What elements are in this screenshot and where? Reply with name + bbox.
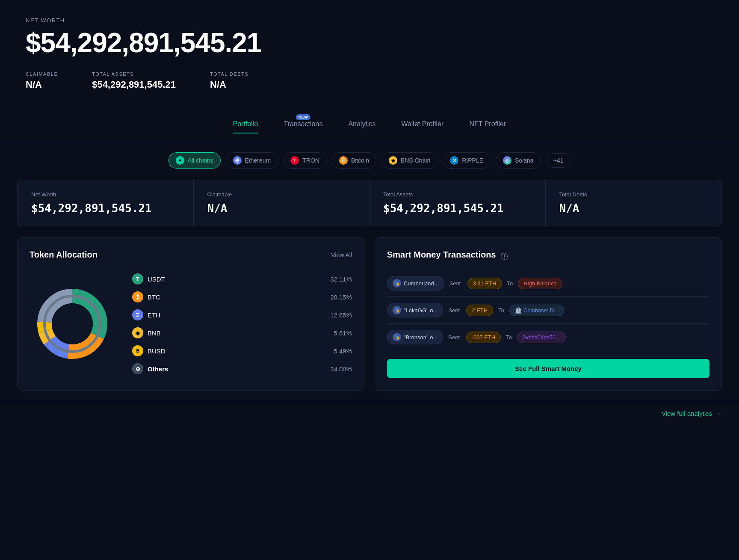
tx-from-bronson[interactable]: 🎭 "Bronson" o... bbox=[387, 330, 443, 344]
tx-from-lokagg[interactable]: 🎭 "LokaGG" o... bbox=[387, 303, 443, 317]
stats-row: CLAIMABLE N/A TOTAL ASSETS $54,292,891,5… bbox=[26, 71, 713, 90]
ripple-icon: ✕ bbox=[450, 156, 458, 165]
tx-dest-coinbase[interactable]: 🏦Coinbase: D... bbox=[509, 305, 564, 316]
others-name: Others bbox=[148, 365, 168, 373]
token-row-usdt: T USDT 32.11% bbox=[132, 270, 352, 288]
chain-bitcoin[interactable]: ₿ Bitcoin bbox=[332, 152, 376, 169]
bnb-name: BNB bbox=[148, 329, 161, 337]
token-row-others: ⊕ Others 24.00% bbox=[132, 360, 352, 378]
tx-row-2: 🎭 "LokaGG" o... Sent 2 ETH To 🏦Coinbase:… bbox=[387, 297, 709, 324]
net-worth-label: NET WORTH bbox=[26, 17, 713, 24]
tx-to-1: To bbox=[507, 280, 513, 287]
token-info-busd: B BUSD bbox=[132, 345, 166, 356]
tab-wallet-profiler[interactable]: Wallet Profiler bbox=[401, 120, 443, 133]
token-row-btc: ₿ BTC 20.15% bbox=[132, 288, 352, 306]
usdt-icon: T bbox=[132, 273, 143, 284]
metric-total-assets-value: $54,292,891,545.21 bbox=[383, 202, 532, 215]
tab-portfolio[interactable]: Portfolio bbox=[233, 120, 258, 133]
eth-icon: Ξ bbox=[132, 309, 143, 320]
btc-pct: 20.15% bbox=[330, 293, 352, 301]
see-full-smart-money-button[interactable]: See Full Smart Money bbox=[387, 359, 709, 378]
btc-name: BTC bbox=[148, 293, 160, 301]
chain-solana[interactable]: ◎ Solana bbox=[496, 152, 541, 169]
cumberland-label: Cumberland... bbox=[404, 280, 439, 287]
tx-action-2: Sent bbox=[448, 307, 461, 314]
metric-total-debts: Total Debts N/A bbox=[546, 179, 722, 227]
lokagg-label: "LokaGG" o... bbox=[404, 307, 437, 314]
claimable-value: N/A bbox=[26, 79, 58, 90]
ethereum-icon bbox=[233, 156, 242, 165]
tx-dest-high-balance[interactable]: High Balance bbox=[518, 278, 562, 289]
token-allocation-header: Token Allocation View All bbox=[30, 250, 352, 260]
bnb-icon: ◆ bbox=[389, 156, 397, 165]
usdt-pct: 32.11% bbox=[330, 276, 352, 283]
metric-total-debts-value: N/A bbox=[559, 202, 708, 215]
token-row-busd: B BUSD 5.49% bbox=[132, 342, 352, 360]
bnb-icon-list: ◆ bbox=[132, 327, 143, 338]
tx-from-cumberland[interactable]: 🎭 Cumberland... bbox=[387, 276, 444, 290]
chain-ripple[interactable]: ✕ RIPPLE bbox=[443, 152, 491, 169]
arrow-icon: → bbox=[715, 410, 722, 417]
top-section: NET WORTH $54,292,891,545.21 CLAIMABLE N… bbox=[0, 0, 739, 103]
tx-amount-2: 2 ETH bbox=[466, 305, 493, 316]
new-badge: NEW bbox=[296, 114, 311, 120]
chain-ethereum[interactable]: Ethereum bbox=[226, 152, 278, 169]
tx-to-3: To bbox=[506, 334, 512, 341]
metric-net-worth-label: Net Worth bbox=[31, 191, 180, 198]
info-icon: i bbox=[501, 253, 508, 260]
allchains-icon: ✦ bbox=[176, 156, 184, 165]
chain-all-chains[interactable]: ✦ All chains bbox=[168, 152, 221, 169]
tx-dest-addr[interactable]: 0xbcb04ce52... bbox=[517, 332, 566, 343]
metric-total-assets-label: Total Assets bbox=[383, 191, 532, 198]
token-list: T USDT 32.11% ₿ BTC 20.15% Ξ ETH bbox=[132, 270, 352, 378]
svg-point-10 bbox=[52, 303, 93, 344]
chain-tron[interactable]: T TRON bbox=[283, 152, 327, 169]
tx-row-1: 🎭 Cumberland... Sent 3.31 ETH To High Ba… bbox=[387, 270, 709, 297]
tab-transactions[interactable]: NEW Transactions bbox=[284, 120, 322, 133]
token-info-eth: Ξ ETH bbox=[132, 309, 160, 320]
bitcoin-icon: ₿ bbox=[339, 156, 348, 165]
token-info-others: ⊕ Others bbox=[132, 363, 168, 374]
tab-analytics[interactable]: Analytics bbox=[348, 120, 375, 133]
metric-claimable: Claimable N/A bbox=[194, 179, 370, 227]
token-info-usdt: T USDT bbox=[132, 273, 165, 284]
tx-action-3: Sent bbox=[448, 334, 461, 341]
tab-nft-profiler[interactable]: NFT Profiler bbox=[469, 120, 506, 133]
token-info-btc: ₿ BTC bbox=[132, 291, 160, 302]
total-debts-label: TOTAL DEBTS bbox=[210, 71, 248, 77]
net-worth-value: $54,292,891,545.21 bbox=[26, 27, 713, 59]
smart-money-title: Smart Money Transactions i bbox=[387, 250, 508, 260]
view-all-button[interactable]: View All bbox=[331, 252, 352, 258]
total-debts-value: N/A bbox=[210, 79, 248, 90]
smart-money-header: Smart Money Transactions i bbox=[387, 250, 709, 260]
metric-claimable-value: N/A bbox=[207, 202, 356, 215]
others-icon: ⊕ bbox=[132, 363, 143, 374]
tx-amount-3: .007 ETH bbox=[466, 332, 501, 343]
solana-icon: ◎ bbox=[503, 156, 511, 165]
total-assets-value: $54,292,891,545.21 bbox=[92, 79, 176, 90]
eth-name: ETH bbox=[148, 311, 160, 319]
chain-more[interactable]: +41 bbox=[546, 153, 571, 168]
view-full-analytics-link[interactable]: View full analytics → bbox=[662, 410, 722, 417]
token-allocation-title: Token Allocation bbox=[30, 250, 98, 260]
busd-name: BUSD bbox=[148, 347, 166, 355]
metric-total-assets: Total Assets $54,292,891,545.21 bbox=[370, 179, 546, 227]
cumberland-icon: 🎭 bbox=[393, 279, 401, 287]
busd-pct: 5.49% bbox=[334, 347, 352, 355]
token-row-bnb: ◆ BNB 5.61% bbox=[132, 324, 352, 342]
bronson-label: "Bronson" o... bbox=[404, 334, 437, 341]
stat-total-debts: TOTAL DEBTS N/A bbox=[210, 71, 248, 90]
total-assets-label: TOTAL ASSETS bbox=[92, 71, 176, 77]
claimable-label: CLAIMABLE bbox=[26, 71, 58, 77]
chain-bnb[interactable]: ◆ BNB Chain bbox=[381, 152, 437, 169]
lokagg-icon: 🎭 bbox=[393, 306, 401, 314]
metric-net-worth: Net Worth $54,292,891,545.21 bbox=[18, 179, 194, 227]
tx-action-1: Sent bbox=[449, 280, 462, 287]
others-pct: 24.00% bbox=[330, 365, 352, 373]
bronson-icon: 🎭 bbox=[393, 333, 401, 341]
token-info-bnb: ◆ BNB bbox=[132, 327, 161, 338]
metric-claimable-label: Claimable bbox=[207, 191, 356, 198]
stat-claimable: CLAIMABLE N/A bbox=[26, 71, 58, 90]
more-icon: +41 bbox=[553, 157, 564, 164]
btc-icon: ₿ bbox=[132, 291, 143, 302]
